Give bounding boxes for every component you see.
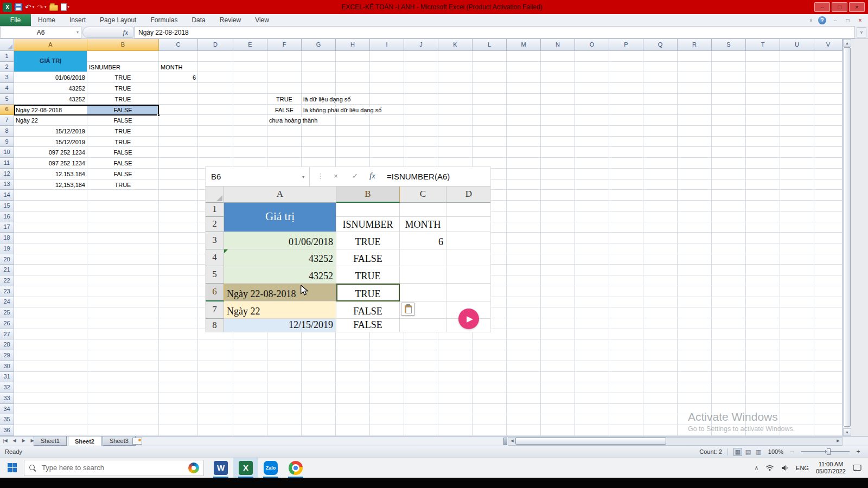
overlay-cell-B8[interactable]: FALSE xyxy=(336,319,400,332)
action-center-icon[interactable] xyxy=(853,464,861,472)
cell-U15[interactable] xyxy=(780,201,814,211)
column-header-J[interactable]: J xyxy=(404,39,438,51)
cell-P2[interactable] xyxy=(609,62,643,73)
cell-F32[interactable] xyxy=(267,382,302,393)
cell-E4[interactable] xyxy=(233,83,267,94)
cell-M18[interactable] xyxy=(507,233,541,243)
cell-P1[interactable] xyxy=(609,51,643,62)
cell-K36[interactable] xyxy=(438,425,473,436)
column-header-B[interactable]: B xyxy=(87,39,159,51)
cell-R12[interactable] xyxy=(678,169,712,179)
cell-B12[interactable]: FALSE xyxy=(87,169,159,179)
cell-G32[interactable] xyxy=(302,382,336,393)
cell-F8[interactable] xyxy=(267,126,302,137)
cell-P17[interactable] xyxy=(609,222,643,233)
cell-A18[interactable] xyxy=(14,233,87,243)
cell-B14[interactable] xyxy=(87,190,159,201)
overlay-cell-A1[interactable]: Giá trị xyxy=(224,203,336,232)
cell-K4[interactable] xyxy=(438,83,473,94)
cell-E9[interactable] xyxy=(233,137,267,147)
cell-L4[interactable] xyxy=(473,83,507,94)
cell-B3[interactable]: TRUE xyxy=(87,72,159,83)
cell-G35[interactable] xyxy=(302,414,336,425)
cell-I8[interactable] xyxy=(370,126,404,137)
cell-H1[interactable] xyxy=(336,51,370,62)
cell-U25[interactable] xyxy=(780,307,814,318)
overlay-cell-D1[interactable] xyxy=(446,203,490,217)
cell-V20[interactable] xyxy=(814,254,843,265)
close-button[interactable]: × xyxy=(849,2,865,12)
cell-N17[interactable] xyxy=(541,222,575,233)
row-header-2[interactable]: 2 xyxy=(0,62,14,73)
cell-P28[interactable] xyxy=(609,339,643,350)
overlay-cell-B7[interactable]: FALSE xyxy=(336,301,400,319)
cell-B10[interactable]: FALSE xyxy=(87,147,159,158)
cell-N11[interactable] xyxy=(541,158,575,169)
minimize-button[interactable]: – xyxy=(814,2,830,12)
column-header-K[interactable]: K xyxy=(438,39,473,51)
cell-C35[interactable] xyxy=(159,414,198,425)
row-header-11[interactable]: 11 xyxy=(0,158,14,169)
cell-A30[interactable] xyxy=(14,361,87,372)
cell-R16[interactable] xyxy=(678,211,712,222)
cell-L2[interactable] xyxy=(473,62,507,73)
row-header-23[interactable]: 23 xyxy=(0,286,14,297)
cell-R13[interactable] xyxy=(678,179,712,190)
cell-A16[interactable] xyxy=(14,211,87,222)
cell-S28[interactable] xyxy=(712,339,746,350)
cell-L29[interactable] xyxy=(473,350,507,361)
taskbar-excel-icon[interactable] xyxy=(233,458,258,478)
cell-Q3[interactable] xyxy=(643,72,678,83)
cell-T25[interactable] xyxy=(746,307,780,318)
tab-split-handle[interactable] xyxy=(503,438,507,445)
cell-Q19[interactable] xyxy=(643,243,678,254)
cell-P13[interactable] xyxy=(609,179,643,190)
cell-O13[interactable] xyxy=(575,179,609,190)
row-header-30[interactable]: 30 xyxy=(0,361,14,372)
cell-C9[interactable] xyxy=(159,137,198,147)
cell-T20[interactable] xyxy=(746,254,780,265)
cell-U29[interactable] xyxy=(780,350,814,361)
cell-Q1[interactable] xyxy=(643,51,678,62)
cell-M17[interactable] xyxy=(507,222,541,233)
cell-Q17[interactable] xyxy=(643,222,678,233)
row-header-6[interactable]: 6 xyxy=(0,105,14,115)
cell-O36[interactable] xyxy=(575,425,609,436)
cell-P18[interactable] xyxy=(609,233,643,243)
cell-J28[interactable] xyxy=(404,339,438,350)
cell-L1[interactable] xyxy=(473,51,507,62)
cell-B23[interactable] xyxy=(87,286,159,297)
cell-U8[interactable] xyxy=(780,126,814,137)
cell-M30[interactable] xyxy=(507,361,541,372)
cell-S7[interactable] xyxy=(712,115,746,126)
cell-S15[interactable] xyxy=(712,201,746,211)
cell-D1[interactable] xyxy=(198,51,233,62)
cell-C23[interactable] xyxy=(159,286,198,297)
cell-K35[interactable] xyxy=(438,414,473,425)
cell-O14[interactable] xyxy=(575,190,609,201)
cell-L35[interactable] xyxy=(473,414,507,425)
cell-V23[interactable] xyxy=(814,286,843,297)
sheet-tab-sheet2[interactable]: Sheet2 xyxy=(68,436,101,446)
cell-M12[interactable] xyxy=(507,169,541,179)
cell-P29[interactable] xyxy=(609,350,643,361)
cell-I10[interactable] xyxy=(370,147,404,158)
cell-U31[interactable] xyxy=(780,372,814,383)
cell-V21[interactable] xyxy=(814,265,843,275)
normal-view-icon[interactable]: ▦ xyxy=(733,448,742,456)
cell-A21[interactable] xyxy=(14,265,87,275)
cell-C6[interactable] xyxy=(159,105,198,115)
cell-R23[interactable] xyxy=(678,286,712,297)
cell-A26[interactable] xyxy=(14,318,87,329)
overlay-cell-B5[interactable]: TRUE xyxy=(336,266,400,284)
cell-I5[interactable] xyxy=(370,94,404,105)
cell-Q33[interactable] xyxy=(643,393,678,404)
cell-J36[interactable] xyxy=(404,425,438,436)
cell-B22[interactable] xyxy=(87,275,159,286)
cell-N4[interactable] xyxy=(541,83,575,94)
cell-R2[interactable] xyxy=(678,62,712,73)
cell-H30[interactable] xyxy=(336,361,370,372)
cell-F6[interactable]: FALSE xyxy=(267,105,302,115)
cell-O28[interactable] xyxy=(575,339,609,350)
cell-B20[interactable] xyxy=(87,254,159,265)
